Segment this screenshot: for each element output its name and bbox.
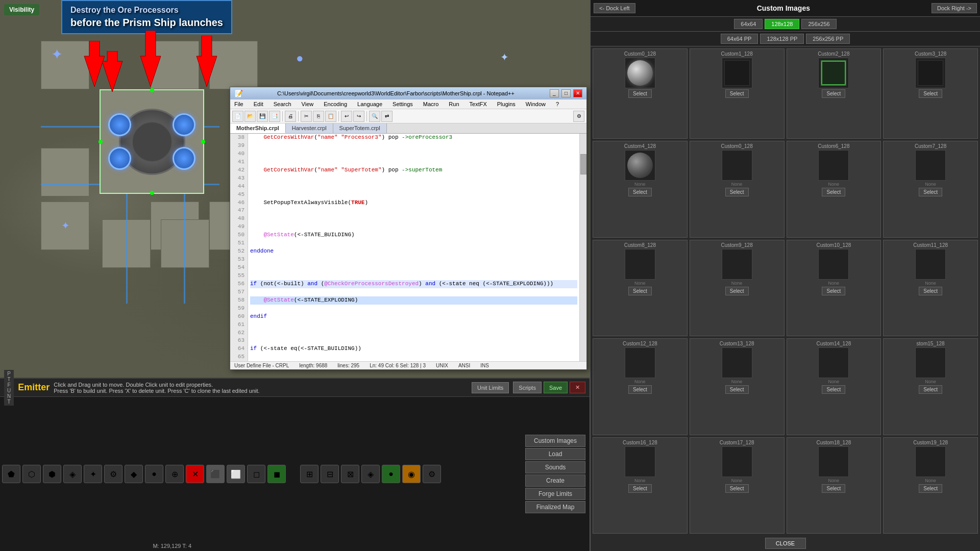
menu-textfx[interactable]: TextFX (468, 101, 489, 108)
notepad-scrollbar[interactable] (579, 134, 586, 361)
menu-encoding[interactable]: Encoding (322, 101, 349, 108)
tab-harvester[interactable]: Harvester.crpl (286, 123, 333, 133)
tb-print[interactable]: 🖨 (285, 111, 296, 122)
menu-file[interactable]: File (232, 101, 246, 108)
load-button[interactable]: Load (525, 448, 585, 460)
menu-window[interactable]: Window (524, 101, 548, 108)
select-button-15[interactable]: Select (919, 385, 942, 394)
unit-icon-12[interactable]: ⬜ (227, 465, 245, 483)
image-cell-10[interactable]: Custom10_128 None Select (787, 240, 881, 336)
tab-supertotem[interactable]: SuperTotem.crpl (333, 123, 387, 133)
image-cell-9[interactable]: Custom9_128 None Select (690, 240, 785, 336)
image-cell-3[interactable]: Custom3_128 Select (883, 48, 978, 139)
tb-redo[interactable]: ↪ (353, 111, 364, 122)
tb-replace[interactable]: ⇄ (381, 111, 393, 122)
image-cell-8[interactable]: Custom8_128 None Select (593, 240, 688, 336)
select-button-18[interactable]: Select (822, 484, 845, 493)
close-button[interactable]: ✕ (573, 89, 582, 97)
unit-icon-10[interactable]: ✕ (186, 465, 204, 483)
image-cell-4[interactable]: Custom4_128 None Select (593, 141, 688, 237)
select-button-10[interactable]: Select (822, 287, 845, 295)
tb-cut[interactable]: ✂ (301, 111, 312, 122)
unit-icon-8[interactable]: ● (145, 465, 163, 483)
custom-images-bottom-button[interactable]: Custom Images (525, 435, 585, 447)
menu-settings[interactable]: Settings (390, 101, 415, 108)
select-button-7[interactable]: Select (919, 188, 942, 196)
unit-icon-15[interactable]: ⊞ (300, 465, 318, 483)
unit-icon-6[interactable]: ⚙ (104, 465, 122, 483)
unit-icon-14[interactable]: ◼ (267, 465, 286, 483)
image-cell-12[interactable]: Custom12_128 None Select (593, 338, 688, 435)
menu-help[interactable]: ? (554, 101, 561, 108)
dock-right-button[interactable]: Dock Right -> (932, 3, 977, 13)
unit-icon-5[interactable]: ✦ (84, 465, 102, 483)
tb-open[interactable]: 📂 (244, 111, 256, 122)
unit-icon-17[interactable]: ⊠ (341, 465, 359, 483)
size-256-button[interactable]: 256x256 (801, 19, 836, 29)
select-button-8[interactable]: Select (628, 287, 652, 295)
scripts-button[interactable]: Scripts (513, 382, 542, 393)
tb-save-all[interactable]: 📑 (269, 111, 280, 122)
image-cell-15[interactable]: stom15_128 None Select (883, 338, 978, 435)
image-cell-1[interactable]: Custom1_128 Select (690, 48, 785, 139)
select-button-6[interactable]: Select (822, 188, 845, 196)
unit-icon-4[interactable]: ◈ (63, 465, 82, 483)
select-button-9[interactable]: Select (725, 287, 749, 295)
select-button-2[interactable]: Select (822, 89, 845, 98)
tab-mothership[interactable]: MotherShip.crpl (230, 123, 286, 133)
image-cell-5[interactable]: Custom0_128 None Select (690, 141, 785, 237)
select-button-4[interactable]: Select (628, 188, 652, 196)
tb-find[interactable]: 🔍 (369, 111, 380, 122)
menu-view[interactable]: View (300, 101, 316, 108)
select-button-0[interactable]: Select (628, 89, 652, 98)
image-cell-13[interactable]: Custom13_128 None Select (690, 338, 785, 435)
finalized-map-button[interactable]: Finalized Map (525, 501, 585, 513)
unit-limits-button[interactable]: Unit Limits (472, 382, 509, 393)
image-cell-18[interactable]: Custom18_128 None Select (787, 437, 881, 534)
code-area[interactable]: GetCoresWithVar("name" "Processor3") pop… (248, 134, 579, 361)
select-button-3[interactable]: Select (919, 89, 942, 98)
select-button-14[interactable]: Select (822, 385, 845, 394)
unit-icon-9[interactable]: ⊕ (165, 465, 184, 483)
dock-left-button[interactable]: <- Dock Left (594, 3, 635, 13)
size-128pp-button[interactable]: 128x128 PP (760, 34, 804, 44)
unit-icon-3[interactable]: ⬢ (43, 465, 61, 483)
sounds-button[interactable]: Sounds (525, 461, 585, 473)
size-64-button[interactable]: 64x64 (734, 19, 763, 29)
select-button-11[interactable]: Select (919, 287, 942, 295)
select-button-1[interactable]: Select (725, 89, 749, 98)
unit-icon-21[interactable]: ⚙ (423, 465, 441, 483)
tb-copy[interactable]: ⎘ (313, 111, 324, 122)
unit-icon-2[interactable]: ⬡ (22, 465, 41, 483)
menu-plugins[interactable]: Plugins (495, 101, 518, 108)
close-panel-button[interactable]: CLOSE (765, 538, 806, 549)
select-button-13[interactable]: Select (725, 385, 749, 394)
unit-icon-20[interactable]: ◉ (402, 465, 421, 483)
image-cell-19[interactable]: Custom19_128 None Select (883, 437, 978, 534)
forge-limits-button[interactable]: Forge Limits (525, 488, 585, 500)
menu-language[interactable]: Language (355, 101, 384, 108)
unit-icon-7[interactable]: ◆ (125, 465, 143, 483)
tb-paste[interactable]: 📋 (325, 111, 336, 122)
image-cell-2[interactable]: Custom2_128 Select (787, 48, 881, 139)
create-button[interactable]: Create (525, 474, 585, 487)
select-button-16[interactable]: Select (628, 484, 652, 493)
maximize-button[interactable]: □ (561, 89, 571, 97)
tb-settings[interactable]: ⚙ (573, 111, 584, 122)
image-cell-0[interactable]: Custom0_128 Select (593, 48, 688, 139)
unit-icon-16[interactable]: ⊟ (321, 465, 339, 483)
save-close-button[interactable]: ✕ (570, 382, 585, 393)
unit-icon-11[interactable]: ⬛ (206, 465, 225, 483)
image-cell-17[interactable]: Custom17_128 None Select (690, 437, 785, 534)
size-64pp-button[interactable]: 64x64 PP (721, 34, 758, 44)
image-cell-6[interactable]: Custom6_128 None Select (787, 141, 881, 237)
tb-save[interactable]: 💾 (257, 111, 268, 122)
minimize-button[interactable]: _ (550, 89, 559, 97)
unit-icon-18[interactable]: ◈ (361, 465, 380, 483)
image-cell-7[interactable]: Custom7_128 None Select (883, 141, 978, 237)
select-button-5[interactable]: Select (725, 188, 749, 196)
image-cell-16[interactable]: Custom16_128 None Select (593, 437, 688, 534)
menu-macro[interactable]: Macro (421, 101, 441, 108)
select-button-12[interactable]: Select (628, 385, 652, 394)
central-unit[interactable] (100, 89, 204, 194)
